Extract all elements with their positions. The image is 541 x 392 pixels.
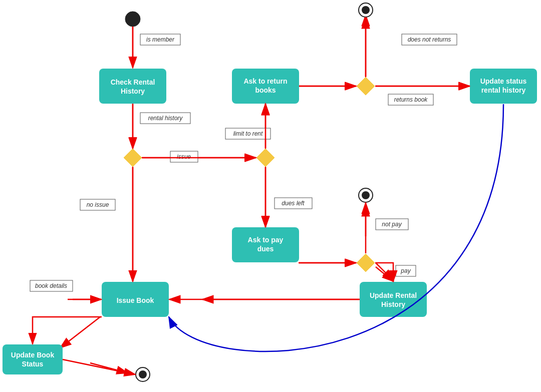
update-status-rental-history-label: Update status (480, 77, 527, 85)
ask-pay-dues-label2: dues (257, 245, 274, 253)
arrow-update-status-to-issue-blue (169, 104, 503, 351)
label-issue: issue (177, 153, 191, 160)
diamond-d4 (357, 254, 375, 272)
update-rental-history-box (360, 282, 427, 317)
diamond-d3 (357, 77, 375, 95)
end-node-bottom-inner (139, 370, 147, 378)
label-dues-left: dues left (282, 200, 305, 207)
svg-line-14 (376, 267, 393, 281)
label-is-member: is member (146, 36, 175, 43)
update-rental-history-label2: History (381, 300, 405, 308)
label-limit-to-rent: limit to rent (233, 130, 263, 137)
update-status-rental-history-label2: rental history (481, 86, 526, 94)
diamond-d1 (124, 149, 142, 167)
issue-book-label: Issue Book (117, 296, 154, 304)
start-node (125, 12, 140, 27)
check-rental-history-label: Check Rental (111, 78, 155, 86)
check-rental-history-box (99, 69, 166, 104)
label-book-details: book details (35, 282, 67, 289)
label-not-pay: not pay (382, 221, 402, 228)
arrow-update-book-to-end-bottom (63, 359, 135, 374)
ask-return-books-label2: books (255, 86, 276, 94)
update-book-status-label2: Status (22, 360, 44, 368)
update-book-status-label: Update Book (11, 351, 55, 359)
label-pay: pay (400, 267, 411, 274)
arrow-issue-to-update-book (33, 317, 102, 344)
ask-return-books-label: Ask to return (243, 77, 287, 85)
end-node-middle-inner (362, 191, 370, 199)
label-does-not-return: does not returns (408, 36, 451, 43)
ask-pay-dues-label: Ask to pay (248, 236, 284, 244)
svg-line-17 (60, 317, 100, 348)
end-node-top-inner (362, 6, 370, 14)
diamond-d2 (256, 149, 275, 167)
update-rental-history-label: Update Rental (370, 291, 417, 299)
label-returns-book: returns book (394, 96, 428, 103)
label-rental-history: rental history (148, 115, 183, 122)
check-rental-history-label2: History (121, 87, 145, 95)
label-no-issue: no issue (87, 201, 109, 208)
svg-line-13 (376, 263, 393, 280)
